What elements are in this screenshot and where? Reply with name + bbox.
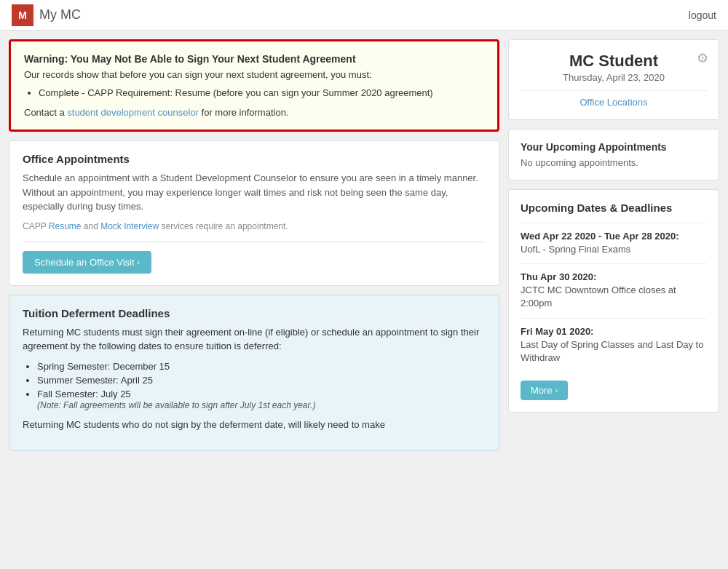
right-column: ⚙ MC Student Thursday, April 23, 2020 Of… — [508, 39, 719, 451]
tuition-list-item: Fall Semester: July 25 (Note: Fall agree… — [37, 389, 486, 410]
deadline-date-2: Thu Apr 30 2020: — [521, 271, 707, 282]
office-appointments-description: Schedule an appointment with a Student D… — [23, 171, 486, 214]
deadline-item-3: Fri May 01 2020: Last Day of Spring Clas… — [521, 318, 707, 372]
office-locations-link[interactable]: Office Locations — [521, 90, 707, 108]
student-name: MC Student — [521, 52, 707, 71]
deadlines-title: Upcoming Dates & Deadlines — [521, 202, 707, 214]
schedule-chevron-icon: › — [138, 258, 141, 266]
deadline-desc-3: Last Day of Spring Classes and Last Day … — [521, 338, 707, 365]
warning-title: Warning: You May Not Be Able to Sign You… — [24, 53, 484, 65]
warning-list-item: Complete - CAPP Requirement: Resume (bef… — [39, 87, 484, 98]
student-date: Thursday, April 23, 2020 — [521, 72, 707, 83]
header: M My MC logout — [0, 0, 728, 31]
tuition-title: Tuition Deferment Deadlines — [23, 307, 486, 319]
tuition-description: Returning MC students must sign their ag… — [23, 325, 486, 354]
student-info-card: ⚙ MC Student Thursday, April 23, 2020 Of… — [508, 39, 719, 120]
fall-note: (Note: Fall agreements will be available… — [37, 400, 315, 410]
appointments-empty: No upcoming appointments. — [521, 157, 707, 168]
deadline-date-3: Fri May 01 2020: — [521, 326, 707, 337]
app-title: My MC — [39, 7, 81, 23]
deadlines-card: Upcoming Dates & Deadlines Wed Apr 22 20… — [508, 189, 719, 413]
mock-interview-link[interactable]: Mock Interview — [100, 221, 159, 231]
tuition-list-item: Summer Semester: April 25 — [37, 375, 486, 386]
warning-contact-suffix: for more information. — [199, 107, 289, 118]
warning-contact: Contact a student development counselor … — [24, 107, 484, 118]
tuition-deferment-card: Tuition Deferment Deadlines Returning MC… — [9, 295, 499, 452]
gear-icon[interactable]: ⚙ — [697, 50, 708, 66]
logo-icon: M — [12, 4, 33, 26]
main-container: Warning: You May Not Be Able to Sign You… — [0, 31, 728, 460]
warning-list: Complete - CAPP Requirement: Resume (bef… — [24, 87, 484, 98]
counselor-link[interactable]: student development counselor — [67, 107, 199, 118]
tuition-footer: Returning MC students who do not sign by… — [23, 418, 486, 432]
logout-link[interactable]: logout — [689, 9, 716, 21]
office-appointments-title: Office Appointments — [23, 153, 486, 165]
left-column: Warning: You May Not Be Able to Sign You… — [9, 39, 499, 451]
office-appointments-card: Office Appointments Schedule an appointm… — [9, 140, 499, 286]
tuition-list-item: Spring Semester: December 15 — [37, 361, 486, 372]
deadline-date-1: Wed Apr 22 2020 - Tue Apr 28 2020: — [521, 231, 707, 242]
deadline-item-2: Thu Apr 30 2020: JCTC MC Downtown Office… — [521, 263, 707, 317]
more-deadlines-button[interactable]: More › — [521, 381, 568, 400]
appointments-card: Your Upcoming Appointments No upcoming a… — [508, 129, 719, 180]
more-chevron-icon: › — [555, 386, 558, 394]
warning-box: Warning: You May Not Be Able to Sign You… — [9, 39, 499, 132]
office-appointments-note: CAPP Resume and Mock Interview services … — [23, 221, 486, 231]
warning-subtitle: Our records show that before you can sig… — [24, 69, 484, 80]
warning-contact-prefix: Contact a — [24, 107, 67, 118]
divider — [23, 242, 486, 242]
deadline-item-1: Wed Apr 22 2020 - Tue Apr 28 2020: UofL … — [521, 223, 707, 263]
appointments-title: Your Upcoming Appointments — [521, 141, 707, 153]
deadline-desc-2: JCTC MC Downtown Office closes at 2:00pm — [521, 284, 707, 310]
resume-link[interactable]: Resume — [49, 221, 82, 231]
tuition-list: Spring Semester: December 15 Summer Seme… — [23, 361, 486, 410]
header-left: M My MC — [12, 4, 81, 26]
deadline-desc-1: UofL - Spring Final Exams — [521, 243, 707, 256]
schedule-office-visit-button[interactable]: Schedule an Office Visit › — [23, 251, 151, 274]
